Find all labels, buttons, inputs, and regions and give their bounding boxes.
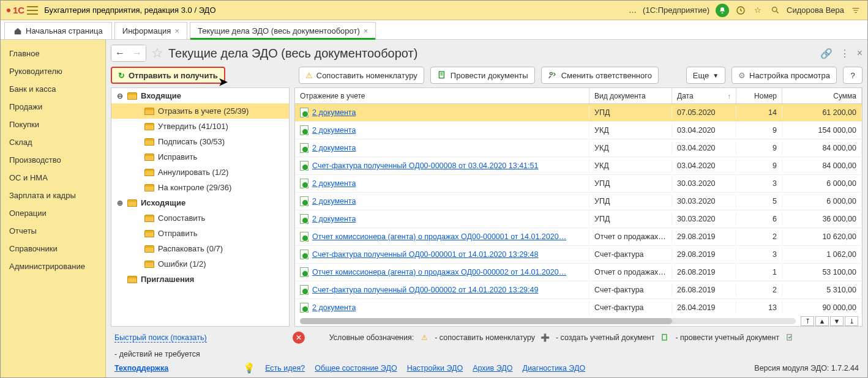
nav-item[interactable]: Зарплата и кадры: [1, 187, 105, 204]
nav-item[interactable]: Справочники: [1, 240, 105, 258]
edo-overall-link[interactable]: Общее состояние ЭДО: [315, 364, 397, 372]
table-row[interactable]: 2 документаУПД30.03.202056 000,00: [295, 193, 862, 210]
document-link[interactable]: 2 документа: [312, 303, 356, 312]
document-link[interactable]: 2 документа: [312, 215, 356, 223]
send-receive-button[interactable]: ↻ Отправить и получить ➤: [111, 67, 225, 84]
current-user[interactable]: Сидорова Вера: [787, 6, 844, 15]
clear-search-icon[interactable]: ✕: [293, 332, 305, 344]
tab-close-icon[interactable]: ×: [364, 26, 369, 35]
horizontal-scrollbar[interactable]: [300, 318, 796, 324]
support-link[interactable]: Техподдержка: [114, 364, 168, 372]
hamburger-icon[interactable]: [27, 6, 38, 15]
table-row[interactable]: 2 документаУКД03.04.2020984 000,00: [295, 139, 862, 157]
nav-item[interactable]: Склад: [1, 133, 105, 151]
tree-node-label: На контроле (29/36): [158, 183, 231, 192]
favorite-star-icon[interactable]: ☆: [151, 45, 163, 61]
document-link[interactable]: 2 документа: [312, 126, 356, 135]
table-row[interactable]: Отчет комиссионера (агента) о продажах О…: [295, 264, 862, 281]
table-row[interactable]: Счет-фактура полученный ОД00-000001 от 1…: [295, 246, 862, 264]
help-button[interactable]: ?: [843, 67, 862, 84]
nav-back-button[interactable]: ←: [111, 45, 129, 61]
tab-close-icon[interactable]: ×: [174, 26, 179, 35]
page-down-icon[interactable]: ▼: [830, 316, 844, 326]
more-button[interactable]: Еще ▼: [686, 67, 725, 84]
table-row[interactable]: 2 документаУПД07.05.20201461 200,00: [295, 104, 862, 122]
close-page-icon[interactable]: ×: [857, 48, 862, 59]
page-last-icon[interactable]: ⤓: [845, 316, 858, 326]
tree-node[interactable]: ⊖Входящие: [111, 88, 289, 103]
col-header-sum[interactable]: Сумма: [782, 88, 862, 103]
table-row[interactable]: Счет-фактура полученный ОД00-000008 от 0…: [295, 157, 862, 175]
tree-node[interactable]: Исправить: [111, 149, 289, 165]
col-header-name[interactable]: Отражение в учете: [295, 88, 589, 103]
document-link[interactable]: 2 документа: [312, 144, 356, 152]
tree-node[interactable]: Утвердить (41/101): [111, 119, 289, 134]
notifications-icon[interactable]: [716, 4, 729, 17]
nav-item[interactable]: Покупки: [1, 116, 105, 133]
edo-diag-link[interactable]: Диагностика ЭДО: [522, 364, 585, 372]
edo-archive-link[interactable]: Архив ЭДО: [473, 364, 512, 372]
document-link[interactable]: Отчет комиссионера (агента) о продажах О…: [312, 268, 566, 276]
tree-node[interactable]: Подписать (30/53): [111, 134, 289, 149]
table-row[interactable]: Счет-фактура полученный ОД00-000002 от 1…: [295, 281, 862, 299]
document-link[interactable]: Счет-фактура полученный ОД00-000008 от 0…: [312, 161, 538, 170]
cell-number: 5: [736, 195, 782, 208]
tree-node[interactable]: Сопоставить: [111, 210, 289, 226]
tree-node[interactable]: На контроле (29/36): [111, 180, 289, 195]
nav-item[interactable]: ОС и НМА: [1, 169, 105, 187]
document-link[interactable]: 2 документа: [312, 197, 356, 206]
table-row[interactable]: Отчет комиссионера (агента) о продажах О…: [295, 228, 862, 246]
tree-node[interactable]: Отправить: [111, 226, 289, 241]
edo-settings-link[interactable]: Настройки ЭДО: [407, 364, 463, 372]
tab-info[interactable]: Информация ×: [114, 22, 187, 39]
nav-item[interactable]: Руководителю: [1, 62, 105, 80]
table-row[interactable]: 2 документаСчет-фактура26.04.20191390 00…: [295, 299, 862, 316]
tree-toggle-icon[interactable]: ⊖: [116, 92, 124, 100]
tree-node[interactable]: Ошибки (1/2): [111, 256, 289, 272]
folder-icon: [144, 245, 154, 253]
table-row[interactable]: 2 документаУКД03.04.20209154 000,00: [295, 122, 862, 139]
tree-toggle-icon[interactable]: ⊕: [116, 199, 124, 207]
idea-link[interactable]: Есть идея?: [265, 364, 305, 372]
document-link[interactable]: Счет-фактура полученный ОД00-000002 от 1…: [312, 286, 538, 294]
view-settings-button[interactable]: ⚙ Настройка просмотра: [731, 67, 837, 84]
page-first-icon[interactable]: ⤒: [801, 316, 814, 326]
nav-item[interactable]: Отчеты: [1, 222, 105, 240]
history-icon[interactable]: [735, 5, 746, 16]
tree-node[interactable]: Аннулировать (1/2): [111, 165, 289, 180]
page-up-icon[interactable]: ▲: [815, 316, 829, 326]
link-icon[interactable]: 🔗: [820, 48, 832, 59]
cell-sum: 61 200,00: [782, 106, 862, 119]
more-vert-icon[interactable]: ⋮: [840, 48, 850, 59]
tab-edo-matters[interactable]: Текущие дела ЭДО (весь документооборот) …: [190, 22, 376, 39]
enterprise-label: (1С:Предприятие): [643, 6, 709, 15]
search-icon[interactable]: [769, 5, 780, 16]
table-row[interactable]: 2 документаУПД30.03.202036 000,00: [295, 175, 862, 193]
tree-node[interactable]: ⊕Исходящие: [111, 195, 289, 210]
document-link[interactable]: Счет-фактура полученный ОД00-000001 от 1…: [312, 250, 538, 259]
document-link[interactable]: Отчет комиссионера (агента) о продажах О…: [312, 232, 566, 241]
tree-node[interactable]: Распаковать (0/7): [111, 241, 289, 256]
quick-search-link[interactable]: Быстрый поиск (показать): [114, 333, 207, 343]
favorites-star-icon[interactable]: ☆: [752, 5, 763, 16]
nav-item[interactable]: Банк и касса: [1, 80, 105, 98]
nav-item[interactable]: Администрирование: [1, 258, 105, 275]
change-responsible-button[interactable]: Сменить ответственного: [541, 67, 659, 84]
nav-item[interactable]: Главное: [1, 45, 105, 62]
post-documents-button[interactable]: Провести документы: [430, 67, 535, 84]
document-link[interactable]: 2 документа: [312, 179, 356, 188]
legend-label: Условные обозначения:: [329, 333, 414, 342]
col-header-num[interactable]: Номер: [736, 88, 782, 103]
document-link[interactable]: 2 документа: [312, 108, 356, 117]
nav-item[interactable]: Операции: [1, 204, 105, 222]
col-header-date[interactable]: Дата: [672, 88, 736, 103]
panel-menu-icon[interactable]: [850, 5, 861, 16]
home-tab[interactable]: Начальная страница: [4, 22, 112, 39]
match-nomenclature-button[interactable]: ⚠ Сопоставить номенклатуру: [299, 67, 424, 84]
tree-node[interactable]: Отразить в учете (25/39): [111, 103, 289, 119]
tree-node[interactable]: Приглашения: [111, 272, 289, 287]
col-header-type[interactable]: Вид документа: [589, 88, 672, 103]
table-row[interactable]: 2 документаУПД30.03.2020636 000,00: [295, 210, 862, 228]
nav-item[interactable]: Производство: [1, 151, 105, 169]
nav-item[interactable]: Продажи: [1, 98, 105, 116]
